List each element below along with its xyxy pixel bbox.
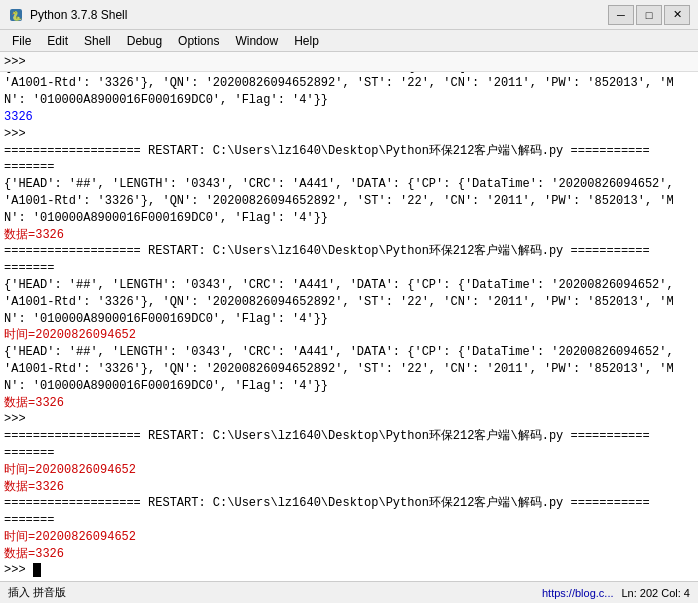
shell-line: {'HEAD': '##', 'LENGTH': '0343', 'CRC': … xyxy=(4,277,694,327)
status-input-mode: 插入 拼音版 xyxy=(8,585,66,600)
shell-line: ======= xyxy=(4,445,694,462)
shell-line: 数据=3326 xyxy=(4,479,694,496)
shell-line: >>> xyxy=(4,562,694,579)
app-icon: 🐍 xyxy=(8,7,24,23)
shell-line: {'HEAD': '##', 'LENGTH': '0343', 'CRC': … xyxy=(4,72,694,109)
minimize-button[interactable]: ─ xyxy=(608,5,634,25)
shell-line: =================== RESTART: C:\Users\lz… xyxy=(4,428,694,445)
shell-line: 时间=20200826094652 xyxy=(4,529,694,546)
menu-help[interactable]: Help xyxy=(286,32,327,50)
shell-line: 时间=20200826094652 xyxy=(4,462,694,479)
status-bar: 插入 拼音版 https://blog.c... Ln: 202 Col: 4 xyxy=(0,581,698,603)
shell-line: 数据=3326 xyxy=(4,546,694,563)
shell-line: 时间=20200826094652 xyxy=(4,327,694,344)
menu-shell[interactable]: Shell xyxy=(76,32,119,50)
initial-prompt: >>> xyxy=(4,55,26,69)
shell-line: ======= xyxy=(4,512,694,529)
shell-output[interactable]: >>>=================== RESTART: C:\Users… xyxy=(0,72,698,581)
menu-bar: File Edit Shell Debug Options Window Hel… xyxy=(0,30,698,52)
status-ln-col: Ln: 202 Col: 4 xyxy=(622,587,691,599)
title-text: Python 3.7.8 Shell xyxy=(30,8,608,22)
menu-options[interactable]: Options xyxy=(170,32,227,50)
shell-line: {'HEAD': '##', 'LENGTH': '0343', 'CRC': … xyxy=(4,344,694,394)
svg-text:🐍: 🐍 xyxy=(11,10,23,22)
toolbar: >>> xyxy=(0,52,698,72)
shell-line: 数据=3326 xyxy=(4,227,694,244)
shell-line: ======= xyxy=(4,159,694,176)
shell-line: {'HEAD': '##', 'LENGTH': '0343', 'CRC': … xyxy=(4,176,694,226)
shell-line: >>> xyxy=(4,126,694,143)
menu-file[interactable]: File xyxy=(4,32,39,50)
menu-debug[interactable]: Debug xyxy=(119,32,170,50)
status-left: 插入 拼音版 xyxy=(8,585,542,600)
shell-line: 数据=3326 xyxy=(4,395,694,412)
shell-line: =================== RESTART: C:\Users\lz… xyxy=(4,495,694,512)
window-controls: ─ □ ✕ xyxy=(608,5,690,25)
menu-window[interactable]: Window xyxy=(227,32,286,50)
shell-line: =================== RESTART: C:\Users\lz… xyxy=(4,143,694,160)
shell-line: >>> xyxy=(4,411,694,428)
close-button[interactable]: ✕ xyxy=(664,5,690,25)
title-bar: 🐍 Python 3.7.8 Shell ─ □ ✕ xyxy=(0,0,698,30)
menu-edit[interactable]: Edit xyxy=(39,32,76,50)
shell-line: =================== RESTART: C:\Users\lz… xyxy=(4,243,694,260)
shell-line: 3326 xyxy=(4,109,694,126)
status-link[interactable]: https://blog.c... xyxy=(542,587,614,599)
shell-line: ======= xyxy=(4,260,694,277)
maximize-button[interactable]: □ xyxy=(636,5,662,25)
